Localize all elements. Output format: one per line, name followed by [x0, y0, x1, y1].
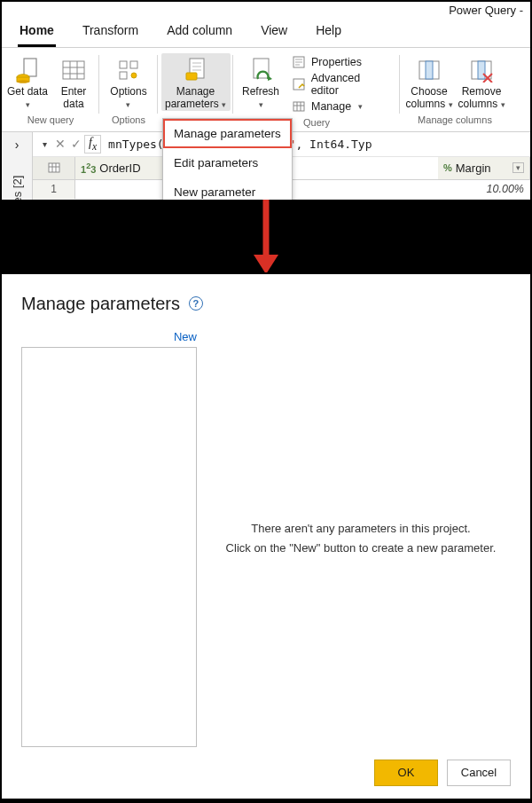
- properties-label: Properties: [311, 56, 362, 68]
- queries-pane-toggle[interactable]: ›: [2, 132, 33, 157]
- manage-label: Manage: [311, 100, 351, 113]
- new-parameter-link[interactable]: New: [21, 330, 197, 343]
- chevron-down-icon: ▾: [126, 100, 130, 109]
- datatype-percent-icon: %: [443, 162, 452, 173]
- remove-columns-label: Remove columns: [458, 85, 501, 110]
- svg-rect-0: [24, 59, 36, 76]
- advanced-editor-icon: [292, 78, 306, 91]
- menu-item-manage-parameters[interactable]: Manage parameters: [163, 119, 292, 148]
- fx-icon[interactable]: fx: [84, 135, 101, 154]
- formula-dropdown[interactable]: ▾: [36, 139, 52, 149]
- choose-columns-icon: [417, 55, 442, 85]
- manage-parameters-icon: [184, 55, 208, 85]
- remove-columns-button[interactable]: Remove columns ▾: [457, 53, 506, 111]
- svg-rect-25: [293, 102, 304, 111]
- window-title: Power Query -: [2, 2, 530, 18]
- ribbon-tabs: Home Transform Add column View Help: [2, 18, 530, 48]
- parameters-listbox[interactable]: [21, 347, 197, 747]
- column-filter-dropdown[interactable]: ▾: [512, 162, 524, 173]
- ribbon-group-manage-columns: Choose columns ▾ Remove columns ▾ Manage…: [400, 48, 510, 131]
- svg-rect-32: [478, 61, 485, 79]
- chevron-down-icon: ▾: [259, 100, 263, 109]
- group-label-query: Query: [303, 117, 330, 130]
- ribbon-group-options: Options▾ Options: [99, 48, 158, 131]
- svg-rect-10: [130, 61, 137, 68]
- empty-state-line1: There aren't any parameters in this proj…: [226, 519, 497, 539]
- get-data-button[interactable]: Get data ▾: [5, 53, 50, 111]
- datatype-int-icon: 123: [81, 161, 96, 175]
- manage-icon: [292, 100, 306, 113]
- commit-formula-icon[interactable]: ✓: [68, 137, 84, 151]
- options-label: Options: [110, 85, 146, 98]
- chevron-down-icon: ▾: [358, 102, 363, 111]
- svg-rect-9: [120, 61, 127, 68]
- tab-transform[interactable]: Transform: [81, 18, 140, 47]
- enter-data-label: Enter data: [51, 85, 96, 111]
- group-label-manage-columns: Manage columns: [418, 114, 492, 127]
- help-icon[interactable]: ?: [189, 296, 203, 311]
- svg-rect-17: [186, 73, 197, 80]
- get-data-label: Get data: [7, 85, 48, 98]
- manage-parameters-dialog: Manage parameters ? New There aren't any…: [0, 272, 532, 800]
- svg-rect-4: [63, 61, 84, 79]
- ribbon-group-new-query: Get data ▾ Enter data New query: [2, 48, 99, 131]
- row-number: 1: [33, 180, 75, 199]
- options-icon: [116, 55, 141, 85]
- refresh-label: Refresh: [242, 85, 279, 98]
- remove-columns-icon: [469, 55, 494, 85]
- choose-columns-button[interactable]: Choose columns ▾: [403, 53, 455, 111]
- tab-view[interactable]: View: [259, 18, 289, 47]
- advanced-editor-label: Advanced editor: [311, 72, 389, 97]
- column-header-margin[interactable]: % Margin ▾: [438, 157, 530, 179]
- refresh-icon: [248, 55, 273, 85]
- chevron-down-icon: ▾: [26, 100, 30, 109]
- chevron-down-icon: ▾: [222, 100, 226, 109]
- svg-rect-18: [254, 59, 269, 78]
- svg-point-12: [131, 73, 137, 78]
- chevron-down-icon: ▾: [501, 100, 505, 109]
- svg-rect-11: [120, 72, 127, 79]
- svg-marker-19: [268, 75, 272, 81]
- cell-orderid: [75, 180, 168, 199]
- tab-home[interactable]: Home: [18, 18, 56, 47]
- advanced-editor-button[interactable]: Advanced editor: [288, 71, 393, 98]
- enter-data-icon: [61, 55, 86, 85]
- queries-pane-collapsed[interactable]: es [2]: [2, 157, 33, 200]
- cancel-button[interactable]: Cancel: [447, 760, 511, 786]
- column-name-margin: Margin: [456, 161, 491, 175]
- cancel-formula-icon[interactable]: ✕: [52, 137, 68, 151]
- dialog-footer: OK Cancel: [21, 760, 511, 786]
- dialog-title-row: Manage parameters ?: [21, 294, 511, 314]
- menu-item-new-parameter[interactable]: New parameter: [163, 177, 292, 201]
- select-all-corner[interactable]: [33, 157, 75, 179]
- manage-button[interactable]: Manage ▾: [288, 99, 393, 114]
- refresh-button[interactable]: Refresh▾: [237, 53, 285, 114]
- group-label-options: Options: [112, 114, 145, 127]
- manage-parameters-button[interactable]: Manage parameters ▾: [161, 53, 231, 111]
- menu-item-edit-parameters[interactable]: Edit parameters: [163, 148, 292, 177]
- tab-add-column[interactable]: Add column: [165, 18, 234, 47]
- ok-button[interactable]: OK: [374, 760, 438, 786]
- manage-parameters-label: Manage parameters: [165, 85, 219, 110]
- dialog-left-pane: New: [21, 330, 197, 747]
- column-header-orderid[interactable]: 123 OrderID: [75, 157, 168, 179]
- options-button[interactable]: Options▾: [103, 53, 154, 111]
- dialog-title: Manage parameters: [21, 294, 180, 314]
- svg-point-3: [17, 80, 29, 83]
- properties-icon: [292, 56, 306, 68]
- get-data-icon: [16, 55, 39, 85]
- cell-margin: 10.00%: [438, 180, 530, 199]
- svg-marker-40: [254, 255, 278, 274]
- power-query-editor: Power Query - Home Transform Add column …: [0, 0, 532, 201]
- enter-data-button[interactable]: Enter data: [51, 53, 96, 111]
- svg-rect-35: [49, 163, 59, 172]
- chevron-down-icon: ▾: [449, 100, 453, 109]
- annotation-arrow: [0, 201, 532, 272]
- tab-help[interactable]: Help: [314, 18, 343, 47]
- empty-state-line2: Click on the "New" button to create a ne…: [226, 539, 497, 558]
- dialog-empty-state: There aren't any parameters in this proj…: [211, 330, 511, 747]
- svg-rect-30: [426, 61, 433, 79]
- properties-button[interactable]: Properties: [288, 55, 393, 69]
- column-name-orderid: OrderID: [99, 161, 140, 175]
- group-label-new-query: New query: [27, 114, 74, 127]
